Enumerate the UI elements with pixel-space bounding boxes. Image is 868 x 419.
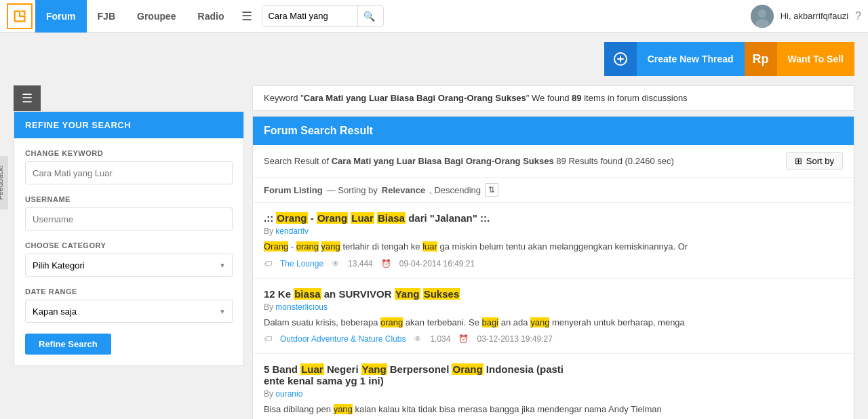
tag-icon: 🏷: [264, 334, 272, 344]
create-thread-label: Create New Thread: [637, 54, 745, 65]
forum-item-views: 1,034: [430, 334, 450, 344]
forum-item-by: By ouranio: [264, 389, 843, 399]
feedback-tab[interactable]: Feedback!: [0, 156, 8, 210]
sidebar: ☰ REFINE YOUR SEARCH CHANGE KEYWORD USER…: [14, 85, 244, 419]
date-icon: ⏰: [381, 259, 391, 268]
date-select-wrapper: Kapan saja: [25, 300, 233, 323]
keyword-suffix: items in forum discussions: [582, 93, 688, 103]
forum-item-views: 13,444: [348, 259, 373, 268]
tag-icon: 🏷: [264, 259, 272, 268]
refine-search-button[interactable]: Refine Search: [25, 334, 111, 355]
listing-dash: — Sorting by: [327, 185, 378, 195]
keyword-count: 89: [572, 93, 581, 103]
forum-item-excerpt: Bisa dibilang pen yang kalan kalau kita …: [264, 403, 843, 416]
forum-item-meta: 🏷 The Lounge 👁 13,444 ⏰ 09-04-2014 16:49…: [264, 259, 843, 268]
date-range-group: DATE RANGE Kapan saja: [25, 287, 233, 323]
category-select[interactable]: Pilih Kategori: [25, 254, 233, 277]
forum-item-author-link[interactable]: monsterlicious: [275, 302, 328, 312]
listing-bar: Forum Listing — Sorting by Relevance , D…: [253, 178, 854, 203]
result-header: Forum Search Result: [253, 117, 854, 145]
listing-sort: Relevance: [382, 185, 425, 195]
sidebar-header: REFINE YOUR SEARCH: [14, 112, 243, 138]
forum-item-category-link[interactable]: The Lounge: [280, 259, 323, 268]
forum-item-excerpt: Orang - orang yang terlahir di tengah ke…: [264, 240, 843, 254]
result-meta-count: 89 Results found (0.2460 sec): [556, 156, 673, 166]
top-nav: Forum FJB Groupee Radio ☰ 🔍 Hi, akbarrif…: [0, 0, 868, 33]
forum-item-date: 03-12-2013 19:49:27: [477, 334, 552, 344]
want-sell-label: Want To Sell: [777, 54, 854, 64]
nav-fjb[interactable]: FJB: [87, 0, 126, 33]
nav-groupee[interactable]: Groupee: [126, 0, 187, 33]
keyword-group: CHANGE KEYWORD: [25, 149, 233, 184]
svg-point-1: [758, 9, 766, 18]
category-label: CHOOSE CATEGORY: [25, 241, 233, 250]
sidebar-body: CHANGE KEYWORD USERNAME CHOOSE CATEGORY …: [14, 138, 243, 365]
logo[interactable]: [7, 3, 33, 29]
nav-search-input[interactable]: [262, 6, 357, 26]
forum-item-meta: 🏷 Outdoor Adventure & Nature Clubs 👁 1,0…: [264, 334, 843, 344]
forum-item-title: 5 Band Luar Negeri Yang Berpersonel Oran…: [264, 363, 843, 386]
content-area: Keyword "Cara Mati yang Luar Biasa Bagi …: [252, 85, 854, 419]
forum-item-by: By monsterlicious: [264, 302, 843, 312]
forum-item: 12 Ke biasa an SURVIVOR Yang Sukses By m…: [253, 279, 854, 355]
sort-label: Sort by: [806, 156, 834, 166]
result-meta-text: Search Result of Cara Mati yang Luar Bia…: [264, 156, 674, 166]
result-meta: Search Result of Cara Mati yang Luar Bia…: [253, 145, 854, 178]
main-layout: ☰ REFINE YOUR SEARCH CHANGE KEYWORD USER…: [0, 85, 868, 419]
username-label: USERNAME: [25, 195, 233, 203]
want-to-sell-button[interactable]: Rp Want To Sell: [745, 42, 854, 76]
avatar: [751, 5, 774, 28]
views-icon: 👁: [332, 259, 340, 268]
category-group: CHOOSE CATEGORY Pilih Kategori: [25, 241, 233, 277]
listing-prefix: Forum Listing: [264, 185, 323, 195]
category-select-wrapper: Pilih Kategori: [25, 254, 233, 277]
date-icon: ⏰: [458, 334, 469, 344]
result-panel: Forum Search Result Search Result of Car…: [252, 116, 854, 419]
username-group: USERNAME: [25, 195, 233, 231]
keyword-label: CHANGE KEYWORD: [25, 149, 233, 157]
nav-hamburger-icon[interactable]: ☰: [235, 0, 259, 33]
help-icon[interactable]: ?: [855, 10, 861, 22]
nav-search-button[interactable]: 🔍: [357, 6, 380, 26]
forum-item: .:: Orang - Orang Luar Biasa dari "Jalan…: [253, 203, 854, 279]
sidebar-panel: REFINE YOUR SEARCH CHANGE KEYWORD USERNA…: [14, 111, 244, 366]
nav-forum[interactable]: Forum: [35, 0, 87, 33]
forum-item-title: .:: Orang - Orang Luar Biasa dari "Jalan…: [264, 212, 843, 224]
forum-item-author-link[interactable]: ouranio: [275, 389, 302, 399]
want-sell-icon: Rp: [745, 42, 777, 76]
views-icon: 👁: [414, 334, 422, 344]
forum-item-excerpt: Dalam suatu krisis, beberapa orang akan …: [264, 316, 843, 330]
keyword-found: We found: [529, 93, 572, 103]
forum-item-by: By kendaritv: [264, 226, 843, 236]
keyword-prefix: Keyword: [264, 93, 300, 103]
date-select[interactable]: Kapan saja: [25, 300, 233, 323]
forum-item-date: 09-04-2014 16:49:21: [399, 259, 475, 268]
username-input[interactable]: [25, 207, 233, 231]
forum-item-category-link[interactable]: Outdoor Adventure & Nature Clubs: [280, 334, 406, 344]
user-greeting: Hi, akbarrifqifauzi: [781, 11, 848, 21]
create-thread-icon: [604, 42, 637, 76]
result-meta-prefix: Search Result of: [264, 156, 332, 166]
sort-by-button[interactable]: ⊞ Sort by: [786, 152, 843, 170]
nav-radio[interactable]: Radio: [187, 0, 235, 33]
forum-item-title: 12 Ke biasa an SURVIVOR Yang Sukses: [264, 288, 843, 300]
keyword-input[interactable]: [25, 161, 233, 184]
date-range-label: DATE RANGE: [25, 287, 233, 296]
nav-search-bar: 🔍: [262, 5, 384, 27]
action-bar: Create New Thread Rp Want To Sell: [0, 33, 868, 85]
forum-item: 5 Band Luar Negeri Yang Berpersonel Oran…: [253, 354, 854, 419]
result-meta-keyword: Cara Mati yang Luar Biasa Bagi Orang-Ora…: [332, 156, 554, 166]
create-thread-button[interactable]: Create New Thread: [604, 42, 745, 76]
nav-right: Hi, akbarrifqifauzi ?: [751, 5, 861, 28]
keyword-text: Cara Mati yang Luar Biasa Bagi Orang-Ora…: [304, 93, 526, 103]
sort-arrow-button[interactable]: ⇅: [485, 183, 498, 197]
sidebar-toggle-button[interactable]: ☰: [14, 85, 41, 111]
listing-order: , Descending: [429, 185, 481, 195]
sort-icon: ⊞: [795, 156, 802, 166]
keyword-bar: Keyword "Cara Mati yang Luar Biasa Bagi …: [252, 85, 854, 111]
forum-item-author-link[interactable]: kendaritv: [275, 226, 309, 236]
